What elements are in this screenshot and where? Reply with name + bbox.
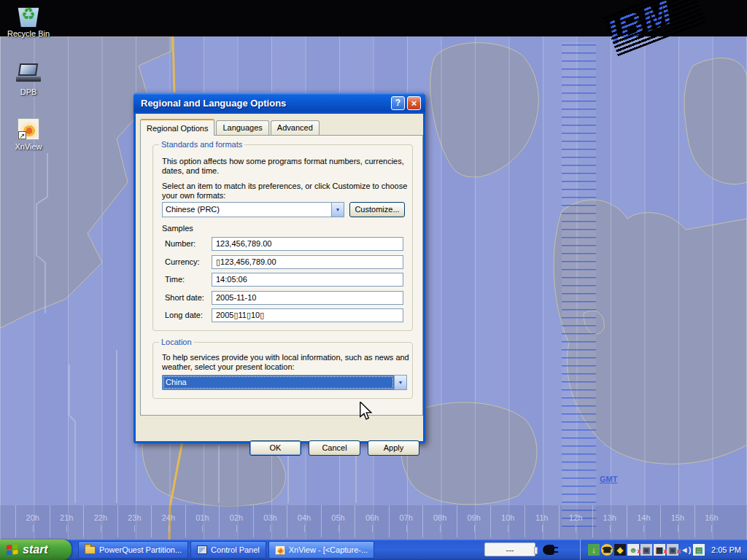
ok-button[interactable]: OK [249, 440, 301, 456]
dialog-body: Regional OptionsLanguagesAdvanced Standa… [136, 114, 423, 441]
taskbar-clock[interactable]: 2:05 PM [711, 545, 741, 554]
task-buttons: PowerQuest Partition... Control Panel Xn… [78, 541, 374, 559]
desktop-icon-dpb[interactable]: DPB [1, 62, 56, 96]
system-tray: ↓ ☎ ◆ ☻ × [580, 540, 747, 560]
icon-label: DPB [1, 88, 56, 96]
xnview-icon: ↗ [18, 118, 39, 140]
hour-ruler: 20h21h22h23h24h01h02h03h04h05h06h07h08h0… [15, 505, 728, 537]
mouse-cursor [360, 402, 373, 421]
regional-language-options-dialog: Regional and Language Options ? × Region… [133, 93, 425, 443]
tab-advanced[interactable]: Advanced [271, 120, 320, 135]
battery-band: --- [484, 542, 554, 556]
message-center-icon[interactable]: ◆ [614, 544, 626, 556]
hour-label: 10h [490, 505, 525, 537]
sample-row: Time: 14:05:06 [153, 273, 412, 287]
sample-field[interactable]: 2005▯11▯10▯ [212, 308, 403, 322]
hour-label: 12h [559, 505, 593, 537]
hour-label: 01h [185, 505, 220, 537]
offline-users-icon[interactable]: ☻ × [627, 544, 639, 556]
sample-label: Long date: [165, 311, 203, 319]
group-title: Standards and formats [159, 140, 244, 149]
tray-glyph: ▦ [656, 545, 663, 554]
dialog-titlebar[interactable]: Regional and Language Options ? × [133, 93, 425, 114]
group-title: Location [159, 338, 194, 346]
standards-description: This option affects how some programs fo… [162, 157, 410, 176]
sample-label: Number: [165, 239, 196, 248]
windows-flag-icon [6, 544, 19, 556]
task-icon [275, 545, 285, 555]
location-description: To help services provide you with local … [162, 353, 410, 372]
task-icon [197, 545, 207, 554]
sample-field[interactable]: ▯123,456,789.00 [212, 255, 403, 269]
hour-label: 11h [525, 505, 559, 537]
hour-label: 05h [321, 505, 355, 537]
task-icon [85, 546, 96, 554]
task-label: Control Panel [211, 545, 260, 554]
desktop: IBM GMT 20h21h22h23h24h01h02h03h04h05h06… [0, 0, 747, 560]
disconnected-drive-icon[interactable]: ▦ × [654, 544, 665, 556]
regional-options-tab-panel: Standards and formats This option affect… [140, 135, 423, 416]
hour-label: 15h [660, 505, 694, 537]
volume-icon[interactable]: ◄) [680, 544, 692, 556]
safely-remove-hardware-icon[interactable]: ↓ [588, 544, 600, 556]
tab-strip: Regional OptionsLanguagesAdvanced [140, 119, 321, 135]
location-group: Location To help services provide you wi… [152, 342, 413, 399]
laptop-icon [16, 62, 41, 85]
power-plug-icon [543, 545, 554, 555]
format-combobox-value: Chinese (PRC) [163, 203, 331, 217]
desktop-icon-recycle-bin[interactable]: ♻ Recycle Bin [1, 4, 56, 38]
network-disconnected-icon[interactable]: ▣ × [667, 544, 678, 556]
select-hint: Select an item to match its preferences,… [162, 182, 410, 201]
customize-button[interactable]: Customize... [349, 202, 405, 217]
tray-glyph: ☎ [602, 545, 612, 554]
hour-label: 23h [117, 505, 152, 537]
hour-label: 07h [389, 505, 423, 537]
sample-field[interactable]: 14:05:06 [212, 273, 403, 287]
sample-row: Number: 123,456,789.00 [153, 237, 412, 251]
dialog-title: Regional and Language Options [141, 98, 389, 109]
icon-label: XnView [1, 142, 56, 151]
hour-label: 20h [15, 505, 50, 537]
task-label: PowerQuest Partition... [99, 545, 182, 554]
sample-label: Short date: [165, 293, 204, 302]
task-label: XnView - [<Capture-... [289, 545, 368, 554]
network-computer-icon[interactable]: ▣ [640, 544, 652, 556]
location-combobox[interactable]: China ▼ [162, 375, 407, 390]
cancel-button[interactable]: Cancel [309, 440, 360, 456]
task-powerquest[interactable]: PowerQuest Partition... [78, 541, 188, 559]
tray-glyph: ▣ [669, 545, 676, 554]
sample-row: Long date: 2005▯11▯10▯ [153, 308, 412, 322]
tab-regional-options[interactable]: Regional Options [140, 119, 214, 136]
tray-glyph: ▣ [643, 545, 650, 554]
hour-label: 09h [457, 505, 491, 537]
samples-label: Samples [162, 224, 193, 233]
gmt-label: GMT [600, 475, 617, 483]
close-button[interactable]: × [407, 96, 421, 110]
phone-connections-icon[interactable]: ☎ [601, 544, 613, 556]
start-label: start [23, 543, 48, 556]
desktop-icon-xnview[interactable]: ↗ XnView [1, 118, 56, 151]
task-xnview[interactable]: XnView - [<Capture-... [268, 541, 374, 559]
tray-glyph: ▤ [695, 545, 703, 554]
apply-button[interactable]: Apply [368, 440, 419, 456]
sample-field[interactable]: 123,456,789.00 [212, 237, 403, 251]
tab-languages[interactable]: Languages [216, 120, 268, 135]
standards-and-formats-group: Standards and formats This option affect… [152, 144, 413, 331]
hour-label: 16h [694, 505, 729, 537]
tray-glyph: ◄) [681, 545, 692, 554]
task-control-panel[interactable]: Control Panel [190, 541, 266, 559]
hour-label: 08h [422, 505, 457, 537]
hour-label: 02h [219, 505, 253, 537]
shortcut-arrow-icon: ↗ [18, 131, 26, 139]
hour-label: 14h [627, 505, 661, 537]
chevron-down-icon[interactable]: ▼ [394, 376, 406, 389]
help-button[interactable]: ? [391, 96, 405, 110]
start-button[interactable]: start [0, 540, 71, 560]
format-combobox[interactable]: Chinese (PRC) ▼ [162, 202, 344, 217]
battery-meter: --- [484, 542, 535, 556]
scheduler-icon[interactable]: ▤ [693, 544, 705, 556]
sample-field[interactable]: 2005-11-10 [212, 291, 403, 305]
tray-icons: ↓ ☎ ◆ ☻ × [588, 544, 705, 556]
chevron-down-icon[interactable]: ▼ [331, 203, 344, 217]
location-combobox-value: China [163, 376, 394, 389]
